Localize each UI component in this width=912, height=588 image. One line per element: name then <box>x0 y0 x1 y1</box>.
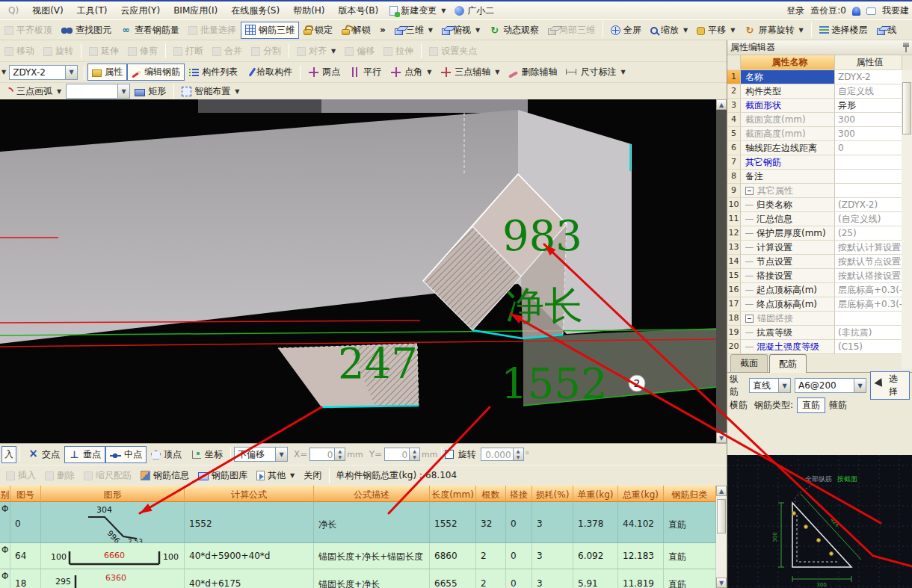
beans-counter[interactable]: 造价豆:0 <box>810 4 846 17</box>
break-button[interactable]: 打断 <box>169 43 208 60</box>
rebar-library-button[interactable]: 钢筋图库 <box>194 467 252 484</box>
snap-perpendicular-button[interactable]: 垂点 <box>64 446 105 463</box>
delete-aux-button[interactable]: 删除辅轴 <box>504 64 561 81</box>
scroll-down-icon[interactable]: ▼ <box>716 433 727 443</box>
view-rebar-amount-button[interactable]: 查看钢筋量 <box>116 22 184 39</box>
col-lap[interactable]: 搭接 <box>506 486 532 502</box>
property-row[interactable]: 4截面宽度(mm)300 <box>727 113 912 127</box>
chevron-down-icon[interactable]: ▼ <box>778 379 790 392</box>
property-row[interactable]: 8备注 <box>727 170 912 184</box>
property-row[interactable]: 14节点设置按默认节点设置 <box>727 255 912 269</box>
property-editor-titlebar[interactable]: 属性编辑器 <box>727 40 912 55</box>
move-button[interactable]: 移动 <box>0 43 39 60</box>
feedback-link[interactable]: 我要建 <box>882 4 909 17</box>
col-level[interactable]: 别 <box>0 486 10 502</box>
col-formula[interactable]: 计算公式 <box>185 486 314 502</box>
stirrup-button[interactable]: 箍筋 <box>829 399 847 412</box>
align-slab-button[interactable]: 平齐板顶 <box>0 22 57 39</box>
other-button[interactable]: 其他▼ <box>252 467 299 484</box>
shape-combo[interactable]: 直线▼ <box>749 378 791 393</box>
property-row[interactable]: 13计算设置按默认计算设置 <box>727 241 912 255</box>
col-shape[interactable]: 图形 <box>41 486 185 502</box>
straight-rebar-button[interactable]: 直筋 <box>797 397 825 413</box>
unlock-button[interactable]: 解锁 <box>337 22 375 39</box>
property-row[interactable]: 7其它钢筋 <box>727 155 912 170</box>
table-row[interactable]: Φ 64 100 6660 100 40*d+5900+40*d 锚固长度+净长… <box>0 543 716 569</box>
find-element-button[interactable]: 查找图元 <box>57 22 116 39</box>
insert-button[interactable]: 插入 <box>1 467 40 484</box>
orbit-button[interactable]: 动态观察 <box>484 22 543 39</box>
tab-rebar[interactable]: 配筋 <box>769 354 807 373</box>
properties-button[interactable]: 属性 <box>87 64 127 81</box>
component-combo[interactable]: ZDYX-2 ▼ <box>9 65 78 80</box>
pin-icon[interactable] <box>902 43 909 52</box>
property-row[interactable]: 19抗震等级(非抗震) <box>727 326 912 340</box>
partial-3d-button[interactable]: 局部三维 <box>543 22 600 39</box>
property-row[interactable]: 9其它属性 <box>727 184 912 198</box>
rotate-input[interactable]: 0.000▲▼ <box>481 448 524 461</box>
col-length[interactable]: 长度(mm) <box>430 486 476 502</box>
tab-section[interactable]: 截面 <box>730 354 768 372</box>
snap-coordinate-button[interactable]: 坐标 <box>186 446 227 463</box>
assistant-button[interactable]: 广小二 <box>450 2 499 19</box>
menu-bim[interactable]: BIM应用(I) <box>167 2 224 19</box>
stretch-button[interactable]: 拉伸 <box>379 43 418 60</box>
col-figure-no[interactable]: 图号 <box>10 486 41 502</box>
section-preview[interactable]: 全部纵筋 按截面 300 300 424 <box>727 455 912 588</box>
select-floor-button[interactable]: 选择楼层 <box>815 22 872 39</box>
offset-mode-combo[interactable]: 不偏移▼ <box>234 447 288 462</box>
menu-help[interactable]: 帮助(H) <box>286 2 331 19</box>
split-button[interactable]: 分割 <box>247 43 286 60</box>
spinner-icons[interactable]: ▲▼ <box>513 448 523 460</box>
arc-3point-button[interactable]: 三点画弧▼ <box>0 83 66 100</box>
menu-view[interactable]: 视图(V) <box>25 2 70 19</box>
chevron-down-icon[interactable]: ▼ <box>1 69 6 75</box>
pick-component-button[interactable]: 拾取构件 <box>242 64 297 81</box>
clipped-input-button[interactable]: 入 <box>1 446 16 463</box>
three-d-button[interactable]: 三维▼ <box>390 22 437 39</box>
merge-button[interactable]: 合并 <box>208 43 247 60</box>
menu-cloud[interactable]: 云应用(Y) <box>114 2 167 19</box>
menu-version[interactable]: 版本号(B) <box>332 2 386 19</box>
rebar-3d-button[interactable]: 钢筋三维 <box>241 22 299 39</box>
col-desc[interactable]: 公式描述 <box>314 486 430 502</box>
grips-button[interactable]: 设置夹点 <box>425 43 481 60</box>
fullscreen-button[interactable]: 全屏 <box>606 22 646 39</box>
zoom-button[interactable]: 缩放▼ <box>646 22 692 39</box>
select-button[interactable]: 选择 <box>870 371 910 400</box>
spec-combo[interactable]: A6@200▼ <box>795 378 866 393</box>
screen-rotate-button[interactable]: 屏幕旋转▼ <box>739 22 807 39</box>
draw-option-combo[interactable]: ▼ <box>66 84 130 99</box>
menu-clipped[interactable]: Q) <box>1 3 25 18</box>
property-row[interactable]: 10归类名称(ZDYX-2) <box>727 198 912 212</box>
lock-button[interactable]: 锁定 <box>299 22 337 39</box>
snap-intersection-button[interactable]: 交点 <box>23 446 64 463</box>
property-row[interactable]: 17终点顶标高(m)层底标高+0.3(-2 <box>727 297 912 312</box>
col-unit-weight[interactable]: 单重(kg) <box>573 486 618 502</box>
spinner-icons[interactable]: ▲▼ <box>409 448 419 460</box>
property-row[interactable]: 5截面高度(mm)300 <box>727 127 912 141</box>
trim-button[interactable]: 修剪 <box>123 43 162 60</box>
table-row[interactable]: Φ 18 295 6360 40*d+6175 锚固长度+净长 6655 2 0… <box>0 569 716 588</box>
menu-tools[interactable]: 工具(T) <box>70 2 114 19</box>
property-row[interactable]: 20混凝土强度等级(C15) <box>727 340 912 354</box>
col-total-weight[interactable]: 总重(kg) <box>618 486 664 502</box>
bell-icon[interactable] <box>852 7 860 16</box>
spinner-icons[interactable]: ▲▼ <box>334 448 345 460</box>
property-row[interactable]: 12保护层厚度(mm)(25) <box>727 226 912 241</box>
property-row[interactable]: 11汇总信息(自定义线) <box>727 212 912 226</box>
point-angle-button[interactable]: 点角▼ <box>386 64 436 81</box>
scroll-up-icon[interactable]: ▲ <box>716 486 727 496</box>
viewport-scrollbar[interactable]: ▲ ▼ <box>716 99 727 443</box>
3d-viewport[interactable]: 983 净长 1552 247 2 <box>0 99 716 443</box>
three-point-aux-button[interactable]: 三点辅轴▼ <box>436 64 504 81</box>
offset-button[interactable]: 偏移 <box>340 43 379 60</box>
pan-button[interactable]: 平移▼ <box>692 22 739 39</box>
scrollbar-thumb[interactable] <box>717 499 726 533</box>
col-count[interactable]: 根数 <box>476 486 506 502</box>
line-button-clipped[interactable]: 线 <box>872 22 902 39</box>
chevron-down-icon[interactable]: ▼ <box>65 66 77 79</box>
property-row[interactable]: 18锚固搭接 <box>727 312 912 326</box>
property-row[interactable]: 1名称ZDYX-2 <box>727 70 912 84</box>
toolbar-overflow-button[interactable]: » <box>375 22 390 37</box>
